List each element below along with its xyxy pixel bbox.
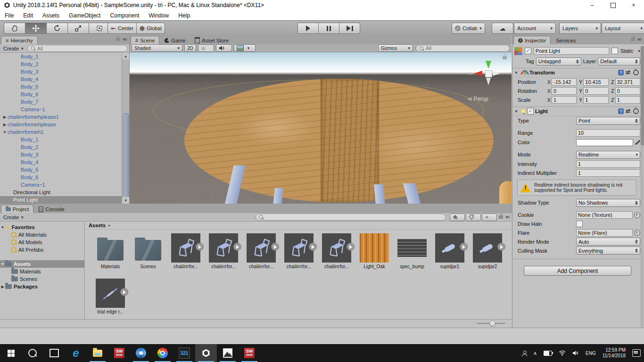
taskbar-chrome[interactable] [152,344,173,362]
taskbar-solidworks[interactable]: SW2018 [108,344,130,362]
hierarchy-item[interactable]: ▼chaiiirrrformeh1 [0,128,122,136]
cookie-object-field[interactable] [576,211,633,219]
jar-mesh[interactable] [499,181,512,204]
fold-open-icon[interactable]: ▼ [0,262,5,266]
asset-chair-model[interactable]: chaiiirrrfor... [242,233,280,269]
light-type-dropdown[interactable]: Point [576,117,640,125]
position-y-field[interactable] [583,78,608,86]
menu-edit[interactable]: Edit [18,10,38,20]
hierarchy-item[interactable]: ▶chaiiirrrformehplease [0,121,122,128]
rotation-y-field[interactable] [583,87,608,95]
hierarchy-item[interactable]: ▶chaiiirrrformehplease1 [0,113,122,121]
hierarchy-item[interactable]: Body_1 [0,136,122,143]
preview-play-icon[interactable] [233,243,241,251]
hierarchy-item[interactable]: Camera~1 [0,106,122,113]
rotation-z-field[interactable] [615,87,640,95]
fold-closed-icon[interactable]: ▶ [0,285,5,289]
down-axis-cone[interactable] [486,78,491,85]
tag-dropdown[interactable]: Untagged [536,58,581,66]
hierarchy-item[interactable]: Body_7 [0,98,122,106]
account-button[interactable]: Account ▾ [514,23,556,34]
slider-knob[interactable] [489,321,495,327]
hierarchy-item[interactable]: Body_1 [0,53,122,60]
hierarchy-item[interactable]: Body_5 [0,166,122,173]
close-button[interactable]: × [623,0,644,10]
thumbnail-zoom-slider[interactable] [477,323,505,324]
scene-search[interactable] [416,45,510,52]
add-component-button[interactable]: Add Component [524,266,631,276]
menu-help[interactable]: Help [173,10,195,20]
hand-tool-button[interactable] [4,23,25,34]
maximize-button[interactable] [603,0,623,10]
menu-component[interactable]: Component [105,10,144,20]
shading-mode-dropdown[interactable]: Shaded ▾ [132,44,182,52]
preview-play-icon[interactable] [120,288,128,296]
cloud-services-button[interactable]: ☁ [492,23,513,34]
scale-x-field[interactable] [552,96,577,104]
preview-play-icon[interactable] [309,243,317,251]
hierarchy-item[interactable]: Body_3 [0,151,122,158]
gear-icon[interactable] [633,108,639,114]
layout-button[interactable]: Layout ▾ [602,23,644,34]
scroll-down-icon[interactable]: ▼ [122,197,129,204]
scale-y-field[interactable] [583,96,608,104]
fold-open-icon[interactable]: ▼ [2,130,8,134]
fold-closed-icon[interactable]: ▶ [2,123,8,127]
scale-tool-button[interactable] [68,23,89,34]
hierarchy-item[interactable]: Body_6 [0,90,122,98]
lock-icon[interactable] [631,38,635,41]
rotation-x-field[interactable] [552,87,577,95]
favorite-all-materials[interactable]: All Materials [0,231,84,239]
tab-scene[interactable]: # Scene [131,36,159,44]
project-search-input[interactable] [264,214,443,221]
menu-gameobject[interactable]: GameObject [64,10,105,20]
tab-inspector[interactable]: i Inspector [513,36,551,44]
eyedropper-icon[interactable] [635,140,640,145]
tab-project[interactable]: Project [1,205,33,213]
asset-chair-model[interactable]: chaiiirrrfor... [205,233,242,269]
light-mode-dropdown[interactable]: Realtime▾ [576,151,640,159]
gear-icon[interactable] [633,70,639,75]
breadcrumb-assets[interactable]: Assets [89,222,106,228]
asset-scenes-folder[interactable]: Scenes [129,233,167,269]
draw-halo-checkbox[interactable] [576,221,583,227]
tab-console[interactable]: Console [34,205,68,213]
tree-packages-root[interactable]: ▶ Packages [0,283,84,290]
collab-button[interactable]: ✓ Collab ▾ [452,23,485,34]
favorites-root[interactable]: ▼ ★ Favorites [0,223,84,231]
menu-file[interactable]: File [0,10,18,20]
panel-menu-icon[interactable]: ▾≡ [123,37,127,42]
scene-audio-toggle[interactable] [216,44,232,52]
hierarchy-create-button[interactable]: Create ▾ [1,45,25,52]
object-picker-icon[interactable] [634,212,640,218]
search-by-type-button[interactable] [450,214,465,221]
project-search[interactable] [256,214,446,221]
hierarchy-item[interactable]: Body_3 [0,68,122,75]
static-checkbox[interactable] [611,48,618,54]
step-button[interactable] [339,23,360,34]
action-center-button[interactable] [629,344,644,362]
shadow-type-dropdown[interactable]: No Shadows [576,199,640,207]
indirect-multiplier-field[interactable] [576,169,640,177]
asset-chair-model[interactable]: chaiiirrrfor... [167,233,205,269]
hierarchy-item-point-light[interactable]: Point Light [0,196,122,204]
taskbar-photos[interactable] [217,344,239,362]
scene-orientation-gizmo[interactable]: y x [473,57,502,94]
tree-assets-root[interactable]: ▼ Assets [0,260,84,268]
asset-light-oak-texture[interactable]: Light_Oak [355,233,393,269]
orientation-global-button[interactable]: Global [137,23,165,34]
hierarchy-item[interactable]: Body_6 [0,173,122,181]
hierarchy-item[interactable]: Body_4 [0,158,122,166]
presets-icon[interactable] [626,70,631,75]
tab-game[interactable]: Game [160,36,190,44]
x-axis-cone[interactable] [474,71,482,76]
fold-open-icon[interactable]: ▼ [0,225,5,230]
inspector-scrollbar[interactable] [640,45,644,335]
lock-icon[interactable] [116,38,120,41]
active-checkbox[interactable]: ✓ [525,48,531,54]
people-tray-button[interactable] [519,344,530,362]
layer-dropdown[interactable]: Default [598,58,640,66]
favorite-all-models[interactable]: All Models [0,239,84,246]
start-button[interactable] [0,344,22,362]
scroll-up-icon[interactable]: ▲ [122,53,129,59]
